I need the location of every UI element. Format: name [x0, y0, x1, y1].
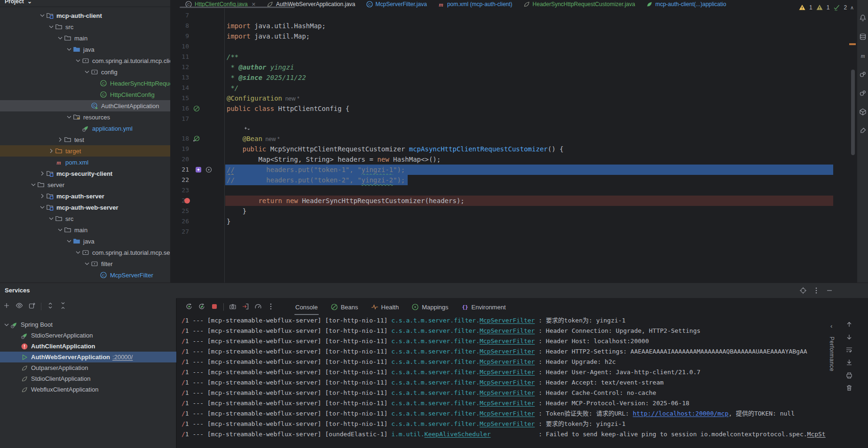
code-line-19[interactable]: 19 public McpSyncHttpClientRequestCustom…: [170, 144, 857, 154]
code-line-25[interactable]: 25 }: [170, 206, 857, 216]
unfold-button[interactable]: [47, 302, 54, 311]
run-item-authwebserverapplication[interactable]: AuthWebServerApplication:20000/: [0, 352, 189, 362]
stripe-db-button[interactable]: [859, 33, 867, 40]
logger-link[interactable]: KeepAliveScheduler: [425, 431, 491, 438]
rail-up-button[interactable]: [845, 321, 853, 328]
package-icon: [91, 68, 98, 76]
tab-headersynchttprequestcustomizer-java[interactable]: HeaderSyncHttpRequestCustomizer.java: [518, 0, 640, 8]
console-tab-health[interactable]: Health: [367, 301, 403, 313]
code-line-22[interactable]: 22// headers.put("token-2", "yingzi-2");: [170, 175, 857, 185]
plus-icon: [3, 302, 10, 309]
logger-link[interactable]: McpServerFilter: [480, 317, 535, 324]
code-line-20[interactable]: 20 Map<String, String> headers = new Has…: [170, 154, 857, 165]
collapse-button[interactable]: [59, 302, 67, 311]
prev-problem-icon[interactable]: ∧: [850, 5, 854, 11]
rail-softwrap-button[interactable]: [845, 346, 853, 354]
code-line-23[interactable]: 23: [170, 185, 857, 196]
eye-icon: [16, 302, 23, 309]
tab-mcpserverfilter-java[interactable]: CMcpServerFilter.java: [361, 0, 432, 8]
dotsv-button[interactable]: [813, 287, 820, 296]
run-item-authclientapplication[interactable]: !AuthClientApplication: [0, 341, 189, 352]
code-line-26[interactable]: 26}: [170, 216, 857, 227]
collapse-icon[interactable]: ‹: [830, 322, 832, 330]
performance-tab[interactable]: Performance: [829, 337, 835, 371]
run-item-webfluxclientapplication[interactable]: WebfluxClientApplication: [0, 384, 189, 395]
logger-link[interactable]: McpServerFilter: [480, 338, 535, 345]
stripe-blob-button[interactable]: [859, 71, 867, 78]
stripe-blob2-button[interactable]: [859, 89, 867, 97]
code-line-21[interactable]: 21// headers.put("token-1", "yingzi-1");: [170, 165, 857, 175]
code-line-16[interactable]: 16public class HttpClientConfig {: [170, 103, 857, 114]
console-tab-beans[interactable]: Beans: [327, 301, 362, 313]
tab-scrollbar[interactable]: [180, 7, 295, 8]
logger-link[interactable]: McpServerFilter: [480, 348, 535, 355]
inspections-widget[interactable]: 112∧∨: [798, 4, 861, 11]
url-link[interactable]: http://localhost:20000/mcp: [633, 410, 729, 417]
code-line-8[interactable]: 8import java.util.HashMap;: [170, 21, 857, 31]
eye-button[interactable]: [16, 302, 23, 311]
code-line-12[interactable]: 12 * @author yingzi: [170, 62, 857, 72]
code-line-13[interactable]: 13 * @since 2025/11/22: [170, 72, 857, 83]
breakpoint-icon[interactable]: [184, 198, 190, 204]
port-link[interactable]: :20000/: [112, 354, 133, 361]
code-line-24[interactable]: 24 return new HeaderSyncHttpRequestCusto…: [170, 196, 857, 206]
console-log[interactable]: /1 --- [mcp-streamable-webflux-server] […: [181, 315, 830, 445]
logger-link[interactable]: McpServerFilter: [480, 369, 535, 376]
codevision-inlay-row[interactable]: [170, 124, 857, 134]
rerun-button[interactable]: [185, 303, 193, 312]
editor-scrollbar[interactable]: [851, 70, 855, 155]
stripe-bell-button[interactable]: [859, 14, 867, 22]
exit-button[interactable]: [242, 303, 249, 312]
chevron-down-icon: [83, 68, 91, 76]
stripe-brush-button[interactable]: [859, 127, 867, 134]
run-item-outparserapplication[interactable]: OutparserApplication: [0, 362, 189, 373]
gauge-button[interactable]: [254, 303, 262, 312]
rerun-spring-button[interactable]: [198, 303, 205, 312]
chevron-down-icon: [65, 46, 73, 53]
stripe-stripem-button[interactable]: m: [859, 52, 867, 59]
error-stripe-mark[interactable]: [849, 43, 856, 45]
stripem-icon: m: [859, 52, 867, 59]
logger-link[interactable]: McpServerFilter: [480, 358, 535, 365]
code-line-11[interactable]: 11/**: [170, 52, 857, 62]
logger-link[interactable]: McpServerFilter: [480, 400, 535, 407]
bell-icon: [859, 14, 867, 22]
code-line-15[interactable]: 15@Configuration new *: [170, 93, 857, 103]
run-item-stdioclientapplication[interactable]: StdioClientApplication: [0, 373, 189, 384]
run-item-spring boot[interactable]: Spring Boot: [0, 319, 179, 330]
console-tab-environment[interactable]: {}Environment: [458, 301, 510, 313]
rail-down-button[interactable]: [845, 333, 853, 341]
rail-trash-button[interactable]: [845, 384, 853, 392]
logger-link[interactable]: McpServerFilter: [480, 420, 535, 427]
services-header[interactable]: Services: [0, 283, 868, 299]
dotsv-button[interactable]: [267, 303, 275, 312]
project-panel-header[interactable]: Project ⌄: [0, 0, 170, 7]
camera-button[interactable]: [229, 303, 237, 312]
logger-link[interactable]: McpServerFilter: [480, 327, 535, 334]
logger-link[interactable]: McpServerFilter: [480, 410, 535, 417]
code-line-9[interactable]: 9import java.util.Map;: [170, 31, 857, 41]
ai-assistant-icon: [195, 166, 202, 173]
tab-mcp-auth-client-applicatio[interactable]: mcp-auth-client(...)applicatio: [640, 0, 732, 8]
plus-button[interactable]: [3, 302, 10, 311]
minus-button[interactable]: [826, 287, 833, 296]
code-editor[interactable]: 78import java.util.HashMap;9import java.…: [170, 8, 857, 283]
logger-link[interactable]: McpServerFilter: [480, 379, 535, 386]
logger-link[interactable]: McpServerFilter: [480, 389, 535, 396]
code-line-27[interactable]: 27: [170, 227, 857, 237]
stop-button[interactable]: [211, 303, 218, 312]
rail-scrollend-button[interactable]: [845, 359, 853, 366]
code-line-14[interactable]: 14 */: [170, 83, 857, 93]
code-line-7[interactable]: 7: [170, 10, 857, 21]
code-line-17[interactable]: 17: [170, 114, 857, 124]
stripe-cube-button[interactable]: [859, 108, 867, 116]
console-tab-mappings[interactable]: Mappings: [408, 301, 452, 313]
code-line-10[interactable]: 10: [170, 41, 857, 52]
console-tab-console[interactable]: Console: [292, 301, 322, 313]
rail-printer-button[interactable]: [845, 371, 853, 379]
target-button[interactable]: [799, 287, 807, 296]
run-item-stdioserverapplication[interactable]: StdioServerApplication: [0, 330, 189, 341]
tab-pom-xml-mcp-auth-client-[interactable]: mpom.xml (mcp-auth-client): [432, 0, 518, 8]
sqplus-button[interactable]: [28, 302, 36, 311]
code-line-18[interactable]: 18 @Bean new *: [170, 134, 857, 144]
